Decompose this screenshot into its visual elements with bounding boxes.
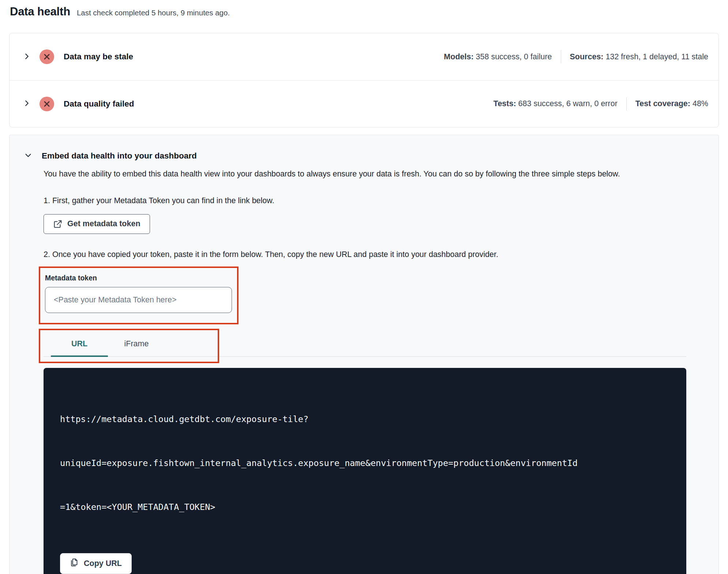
embed-url-line: https://metadata.cloud.getdbt.com/exposu… — [60, 412, 670, 426]
coverage-stat-label: Test coverage: — [635, 99, 690, 108]
stat-divider — [626, 97, 627, 111]
embed-url-code-block: https://metadata.cloud.getdbt.com/exposu… — [44, 368, 686, 574]
stat-divider — [561, 50, 561, 63]
error-status-icon — [40, 49, 54, 64]
metadata-token-input[interactable] — [45, 287, 232, 313]
error-status-icon — [40, 97, 54, 111]
coverage-stat-value: 48% — [690, 99, 708, 108]
sources-stat: Sources: 132 fresh, 1 delayed, 11 stale — [570, 52, 708, 61]
step-2-text: 2. Once you have copied your token, past… — [44, 250, 693, 259]
expand-stale-button[interactable] — [23, 52, 31, 61]
metadata-token-highlight-box: Metadata token — [39, 266, 239, 324]
tab-url[interactable]: URL — [51, 333, 108, 356]
tests-stat-value: 683 success, 6 warn, 0 error — [516, 99, 618, 108]
chevron-down-icon — [24, 151, 32, 161]
get-metadata-token-button[interactable]: Get metadata token — [44, 214, 150, 234]
data-health-page: Data health Last check completed 5 hours… — [0, 0, 728, 574]
embed-panel-body: You have the ability to embed this data … — [10, 168, 718, 574]
embed-panel-title: Embed data health into your dashboard — [42, 151, 197, 161]
tests-stat: Tests: 683 success, 6 warn, 0 error — [494, 99, 618, 108]
coverage-stat: Test coverage: 48% — [635, 99, 708, 108]
get-metadata-token-label: Get metadata token — [67, 219, 140, 228]
external-link-icon — [53, 219, 63, 229]
tab-row: URL iFrame — [44, 333, 686, 357]
copy-url-label: Copy URL — [84, 559, 122, 568]
status-title: Data may be stale — [64, 52, 133, 61]
models-stat: Models: 358 success, 0 failure — [444, 52, 552, 61]
status-title: Data quality failed — [64, 99, 134, 109]
status-card: Data may be stale Models: 358 success, 0… — [9, 33, 719, 127]
page-title: Data health — [10, 5, 70, 18]
models-stat-label: Models: — [444, 52, 473, 61]
sources-stat-value: 132 fresh, 1 delayed, 11 stale — [604, 52, 708, 61]
sources-stat-label: Sources: — [570, 52, 604, 61]
last-check-status: Last check completed 5 hours, 9 minutes … — [77, 8, 230, 17]
status-stats: Models: 358 success, 0 failure Sources: … — [444, 50, 708, 63]
status-stats: Tests: 683 success, 6 warn, 0 error Test… — [494, 97, 708, 111]
embed-description: You have the ability to embed this data … — [44, 168, 667, 180]
embed-url-line: =1&token=<YOUR_METADATA_TOKEN> — [60, 500, 670, 514]
chevron-right-icon — [23, 52, 31, 61]
tab-iframe[interactable]: iFrame — [108, 333, 165, 356]
copy-icon — [70, 558, 79, 569]
models-stat-value: 358 success, 0 failure — [474, 52, 552, 61]
page-header: Data health Last check completed 5 hours… — [10, 5, 719, 18]
status-row-quality: Data quality failed Tests: 683 success, … — [10, 80, 718, 127]
expand-quality-button[interactable] — [23, 99, 31, 108]
status-row-stale: Data may be stale Models: 358 success, 0… — [10, 33, 718, 80]
metadata-token-label: Metadata token — [45, 274, 232, 282]
embed-panel-header[interactable]: Embed data health into your dashboard — [10, 135, 718, 161]
embed-url-text: https://metadata.cloud.getdbt.com/exposu… — [60, 383, 670, 544]
step-1-text: 1. First, gather your Metadata Token you… — [44, 196, 693, 205]
embed-format-tabs: URL iFrame — [44, 333, 693, 357]
chevron-right-icon — [23, 99, 31, 108]
embed-url-line: uniqueId=exposure.fishtown_internal_anal… — [60, 456, 670, 470]
copy-url-button[interactable]: Copy URL — [60, 553, 132, 574]
tests-stat-label: Tests: — [494, 99, 516, 108]
embed-panel: Embed data health into your dashboard Yo… — [9, 135, 719, 574]
